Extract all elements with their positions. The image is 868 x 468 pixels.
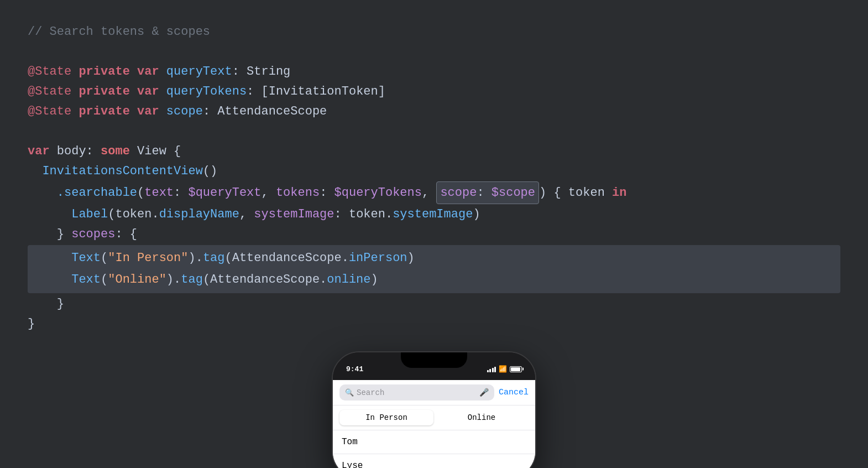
state-line-1: @State private var queryText: String (28, 62, 840, 82)
signal-bar-1 (487, 370, 489, 372)
at-state-2: @State (28, 82, 79, 101)
search-glass-icon: 🔍 (345, 388, 354, 397)
status-icons: 📶 (487, 365, 522, 373)
notch (401, 352, 467, 368)
at-state-3: @State (28, 102, 79, 121)
wifi-icon: 📶 (499, 365, 507, 373)
highlighted-text-block: Text("In Person").tag(AttendanceScope.in… (28, 245, 840, 293)
scope-in-person-button[interactable]: In Person (339, 410, 433, 425)
invitations-line: InvitationsContentView() (28, 162, 840, 181)
signal-bar-2 (489, 369, 491, 372)
scope-online-button[interactable]: Online (435, 410, 529, 425)
scope-highlight: scope: $scope (436, 181, 539, 204)
signal-bar-4 (494, 367, 496, 372)
phone-frame: 9:41 📶 🔍 Se (332, 351, 536, 468)
comment-text: // Search tokens & scopes (28, 22, 210, 41)
status-bar: 9:41 📶 (333, 352, 535, 380)
phone-mockup: 9:41 📶 🔍 Se (332, 351, 536, 468)
battery-fill (511, 367, 520, 371)
scopes-open-line: } scopes: { (28, 224, 840, 244)
code-editor: // Search tokens & scopes @State private… (0, 0, 868, 356)
text-online-line: Text("Online").tag(AttendanceScope.onlin… (28, 269, 840, 290)
battery-icon (510, 366, 522, 372)
list-item-tom[interactable]: Tom (333, 430, 535, 454)
search-bar-area: 🔍 Search 🎤 Cancel (333, 380, 535, 405)
signal-bars (487, 366, 496, 372)
text-in-person-line: Text("In Person").tag(AttendanceScope.in… (28, 247, 840, 269)
empty-line-1 (28, 42, 840, 62)
search-placeholder-text: Search (357, 388, 384, 397)
state-line-3: @State private var scope: AttendanceScop… (28, 102, 840, 122)
label-line: Label(token.displayName, systemImage: to… (28, 204, 840, 224)
at-state-1: @State (28, 62, 79, 81)
search-field[interactable]: 🔍 Search 🎤 (339, 384, 494, 401)
searchable-line: .searchable(text: $queryText, tokens: $q… (28, 181, 840, 204)
microphone-icon: 🎤 (479, 388, 489, 397)
phone-screen: 🔍 Search 🎤 Cancel In Person Online Tom L… (333, 380, 535, 468)
state-line-2: @State private var queryTokens: [Invitat… (28, 82, 840, 102)
list-item-lyse[interactable]: Lyse (333, 454, 535, 468)
status-time: 9:41 (346, 365, 363, 373)
empty-line-2 (28, 122, 840, 142)
search-input-row: 🔍 Search 🎤 Cancel (339, 384, 529, 401)
var-body-line: var body: some View { (28, 142, 840, 162)
close-brace-outer: } (28, 314, 840, 334)
close-brace-inner: } (28, 294, 840, 314)
signal-bar-3 (492, 368, 494, 372)
cancel-button[interactable]: Cancel (499, 388, 529, 397)
comment-line: // Search tokens & scopes (28, 22, 840, 42)
scope-buttons: In Person Online (333, 405, 535, 430)
